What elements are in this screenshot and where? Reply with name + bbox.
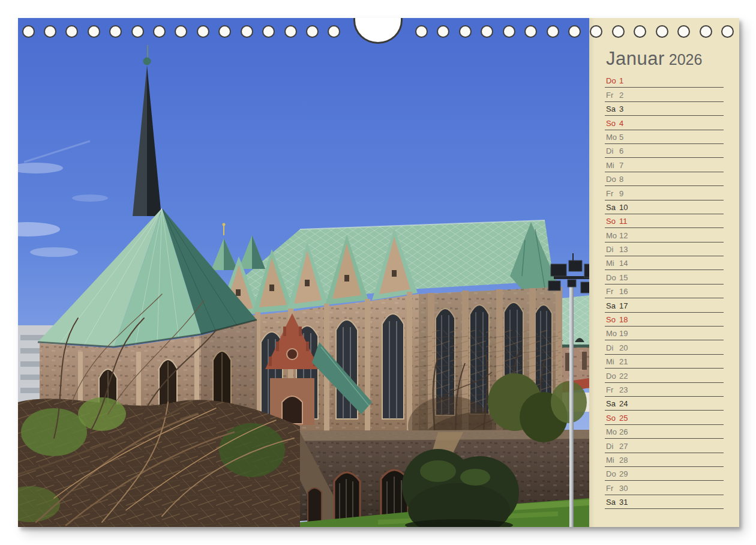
- day-abbr: Do: [606, 372, 619, 381]
- day-abbr: Mi: [606, 161, 619, 170]
- binding-hole: [109, 25, 122, 38]
- day-abbr: Mi: [606, 456, 619, 465]
- photo-illustration: [18, 18, 589, 527]
- day-number: 25: [619, 414, 628, 423]
- day-abbr: So: [606, 217, 619, 226]
- day-number: 31: [619, 498, 628, 507]
- day-number: 26: [619, 427, 628, 436]
- day-number: 24: [619, 399, 628, 408]
- binding-hole: [656, 25, 668, 38]
- day-row-31: Sa31: [605, 495, 724, 509]
- binding-hole: [524, 25, 537, 38]
- day-row-2: Fr2: [605, 88, 724, 101]
- day-row-16: Fr16: [605, 285, 724, 298]
- day-abbr: Do: [606, 469, 619, 478]
- day-number: 23: [619, 385, 628, 394]
- day-abbr: Fr: [606, 91, 619, 100]
- day-abbr: Do: [606, 175, 619, 184]
- binding-hole: [175, 25, 187, 38]
- day-abbr: So: [606, 414, 619, 423]
- binding-hole: [197, 25, 209, 38]
- binding-hole: [241, 25, 253, 38]
- day-abbr: Di: [606, 146, 619, 155]
- day-abbr: Do: [606, 76, 619, 85]
- day-row-25: So25: [605, 411, 724, 424]
- day-number: 15: [619, 273, 628, 282]
- day-abbr: Sa: [606, 203, 619, 212]
- calendar-product-image: Januar2026 Do1Fr2Sa3So4Mo5Di6Mi7Do8Fr9Sa…: [0, 0, 756, 545]
- day-abbr: Mo: [606, 231, 619, 240]
- day-abbr: So: [606, 315, 619, 324]
- day-abbr: Mi: [606, 259, 619, 268]
- day-abbr: Fr: [606, 189, 619, 198]
- day-number: 30: [619, 484, 628, 493]
- day-number: 20: [619, 343, 628, 352]
- binding-hole: [481, 25, 493, 38]
- binding-hole: [459, 25, 472, 38]
- day-abbr: Fr: [606, 484, 619, 493]
- binding-hole: [503, 25, 515, 38]
- binding-hole: [634, 25, 646, 38]
- day-number: 9: [619, 189, 623, 198]
- day-abbr: Sa: [606, 498, 619, 507]
- day-number: 4: [619, 119, 623, 128]
- day-abbr: Sa: [606, 104, 619, 113]
- day-number: 8: [619, 175, 623, 184]
- day-number: 21: [619, 357, 628, 366]
- day-row-13: Di13: [605, 242, 724, 256]
- day-row-22: Do22: [605, 369, 724, 382]
- day-abbr: Di: [606, 442, 619, 451]
- day-row-24: Sa24: [605, 397, 724, 411]
- day-number: 14: [619, 259, 628, 268]
- day-number: 2: [619, 91, 623, 100]
- day-abbr: Di: [606, 343, 619, 352]
- day-row-8: Do8: [605, 172, 724, 186]
- binding-hole: [131, 25, 144, 38]
- day-row-19: Mo19: [605, 327, 724, 340]
- day-row-18: So18: [605, 313, 724, 327]
- month-title: Januar2026: [606, 48, 702, 70]
- day-number: 6: [619, 146, 623, 155]
- day-row-6: Di6: [605, 144, 724, 158]
- day-row-21: Mi21: [605, 355, 724, 369]
- day-number: 27: [619, 442, 628, 451]
- day-abbr: Mi: [606, 357, 619, 366]
- day-abbr: Di: [606, 245, 619, 254]
- binding-hole: [612, 25, 625, 38]
- day-number: 29: [619, 469, 628, 478]
- day-row-9: Fr9: [605, 186, 724, 200]
- binding-hole: [328, 25, 340, 38]
- binding-hole: [415, 25, 428, 38]
- binding-hole: [700, 25, 712, 38]
- day-number: 17: [619, 301, 628, 310]
- day-row-26: Mo26: [605, 425, 724, 439]
- day-row-14: Mi14: [605, 256, 724, 270]
- day-abbr: Sa: [606, 399, 619, 408]
- day-number: 12: [619, 231, 628, 240]
- day-number: 1: [619, 76, 623, 85]
- binding-hole: [677, 25, 690, 38]
- binding-hole: [590, 25, 602, 38]
- day-abbr: Fr: [606, 287, 619, 296]
- day-abbr: So: [606, 119, 619, 128]
- day-row-12: Mo12: [605, 228, 724, 242]
- day-row-27: Di27: [605, 439, 724, 453]
- day-row-17: Sa17: [605, 298, 724, 312]
- church-photo: [18, 18, 589, 527]
- day-row-30: Fr30: [605, 481, 724, 495]
- day-number: 22: [619, 372, 628, 381]
- day-list: Do1Fr2Sa3So4Mo5Di6Mi7Do8Fr9Sa10So11Mo12D…: [605, 74, 724, 509]
- binding-hole: [721, 25, 734, 38]
- binding-hole: [284, 25, 297, 38]
- day-number: 11: [619, 217, 628, 226]
- day-abbr: Mo: [606, 329, 619, 338]
- day-row-1: Do1: [605, 74, 724, 88]
- day-row-4: So4: [605, 116, 724, 130]
- binding-hole: [153, 25, 166, 38]
- day-row-10: Sa10: [605, 200, 724, 214]
- day-number: 13: [619, 245, 628, 254]
- calendar-page: Januar2026 Do1Fr2Sa3So4Mo5Di6Mi7Do8Fr9Sa…: [18, 18, 739, 527]
- binding-hole: [568, 25, 581, 38]
- binding-hole: [437, 25, 449, 38]
- day-row-28: Mi28: [605, 453, 724, 467]
